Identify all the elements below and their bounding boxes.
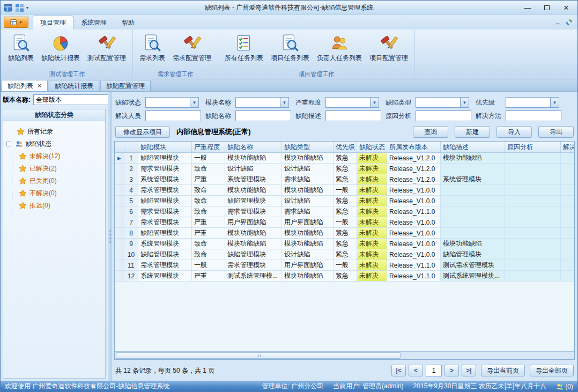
ribbon-button-2-0[interactable]: 所有任务列表: [221, 32, 267, 64]
table-row[interactable]: ▶1缺陷管理模块一般模块功能缺陷模块功能缺陷紧急未解决Release_V1.2.…: [115, 153, 574, 164]
cell: 致命: [192, 185, 225, 195]
column-header-6[interactable]: 所属发布版本: [387, 142, 441, 152]
chevron-down-icon[interactable]: ▼: [280, 98, 288, 107]
chevron-down-icon[interactable]: ▼: [190, 98, 198, 107]
table-row[interactable]: 5缺陷管理模块致命缺陷管理模块设计缺陷紧急未解决Release_V1.0.0: [115, 196, 574, 206]
ribbon-tab-1[interactable]: 系统管理: [73, 16, 114, 29]
horizontal-scrollbar[interactable]: [115, 351, 574, 359]
column-header-4[interactable]: 优先级: [334, 142, 357, 152]
minimize-button[interactable]: —: [518, 2, 537, 13]
ribbon-tab-0[interactable]: 项目管理: [33, 16, 73, 29]
table-row[interactable]: 11需求管理模块一般需求管理模块用户界面缺陷一般未解决Release_V1.1.…: [115, 260, 574, 271]
filter-text-input-2[interactable]: [325, 110, 381, 121]
tree-item-status-4[interactable]: 推迟(0): [19, 199, 102, 212]
ribbon-button-0-0[interactable]: 缺陷列表: [4, 32, 38, 64]
ribbon-tab-2[interactable]: 帮助: [114, 16, 142, 29]
app-icon[interactable]: [4, 3, 13, 12]
first-page-button[interactable]: |<: [391, 365, 406, 376]
column-header-9[interactable]: 解决方法: [561, 142, 574, 152]
app-menu-icon: [10, 19, 17, 26]
modify-columns-button[interactable]: 修改显示项目: [115, 126, 170, 138]
app-menu-button[interactable]: ▾: [4, 17, 28, 28]
ribbon-button-2-1[interactable]: 项目任务列表: [267, 32, 313, 64]
ribbon-button-2-3[interactable]: 项目配置管理: [366, 32, 412, 64]
cell: 严重: [192, 217, 225, 227]
scrollbar-thumb[interactable]: [116, 352, 401, 359]
cell: 未解决: [357, 206, 387, 217]
tree-item-status-2[interactable]: 已关闭(0): [19, 175, 102, 187]
close-tab-icon[interactable]: ✕: [37, 83, 42, 90]
prev-page-button[interactable]: <: [409, 365, 423, 376]
new-button[interactable]: 新建: [455, 126, 490, 138]
query-button[interactable]: 查询: [413, 126, 448, 138]
splitter-handle[interactable]: [108, 92, 112, 381]
filter-text-input-3[interactable]: [416, 110, 471, 121]
import-button[interactable]: 导入: [497, 126, 532, 138]
tree-item-status-0[interactable]: 未解决(12): [19, 150, 102, 162]
tree-item-status-3[interactable]: 不解决(0): [19, 187, 102, 199]
document-tab-1[interactable]: 缺陷统计报表: [49, 80, 99, 91]
skin-icon[interactable]: [565, 18, 573, 26]
cell: 未解决: [357, 164, 387, 174]
collapse-icon[interactable]: −: [6, 142, 11, 146]
table-row[interactable]: 6需求管理模块致命需求管理模块需求缺陷紧急未解决Release_V1.1.0: [115, 206, 574, 217]
export-all-pages-button[interactable]: 导出全部页: [530, 365, 574, 376]
ribbon-button-2-2[interactable]: 负责人任务列表: [313, 32, 366, 64]
table-row[interactable]: 4需求管理模块致命模块功能缺陷模块功能缺陷一般未解决Release_V1.0.0: [115, 185, 574, 196]
tree-item-defect-status[interactable]: − 缺陷状态: [6, 138, 102, 150]
document-tab-0[interactable]: 缺陷列表✕: [2, 80, 48, 91]
ribbon-button-0-2[interactable]: 测试配置管理: [84, 32, 130, 64]
filter-combo-input-3[interactable]: [416, 98, 460, 107]
quick-access-icon[interactable]: [15, 3, 24, 12]
chevron-down-icon[interactable]: ▼: [460, 98, 469, 107]
filter-text-input-0[interactable]: [145, 110, 201, 121]
cell: 未解决: [357, 260, 387, 270]
close-button[interactable]: ✕: [557, 2, 575, 13]
filter-combo-input-1[interactable]: [236, 98, 280, 107]
column-header-8[interactable]: 原因分析: [505, 142, 561, 152]
ribbon-button-1-1[interactable]: 需求配置管理: [169, 32, 215, 64]
document-tab-2[interactable]: 缺陷配置管理: [100, 80, 151, 91]
export-button[interactable]: 导出: [538, 126, 574, 138]
table-row[interactable]: 2需求管理模块致命设计缺陷设计缺陷紧急未解决Release_V1.2.0: [115, 164, 574, 174]
table-row[interactable]: 12系统管理模块严重测试系统管理模...模块功能缺陷紧急未解决Release_V…: [115, 271, 574, 282]
ribbon-button-1-0[interactable]: 需求列表: [136, 32, 169, 64]
row-number: 8: [124, 228, 138, 238]
quick-access-caret-icon[interactable]: ▾: [26, 5, 28, 10]
last-page-button[interactable]: >|: [462, 365, 476, 376]
cell: 用户界面缺陷: [282, 260, 334, 270]
maximize-button[interactable]: [538, 2, 556, 13]
table-row[interactable]: 8缺陷管理模块严重模块功能缺陷模块功能缺陷紧急未解决Release_V1.0.0: [115, 228, 574, 239]
minimize-ribbon-icon[interactable]: ︿: [555, 20, 561, 25]
cell: 缺陷管理模块: [441, 249, 505, 260]
chevron-down-icon[interactable]: ▼: [550, 98, 559, 107]
filter-row-2: 解决人员缺陷名称缺陷描述原因分析解决方法: [115, 110, 574, 121]
column-header-2[interactable]: 缺陷名称: [225, 142, 282, 152]
column-header-7[interactable]: 缺陷描述: [441, 142, 505, 152]
column-header-0[interactable]: 缺陷模块: [138, 142, 192, 152]
tree-item-label: 已关闭(0): [29, 176, 57, 186]
page-number-input[interactable]: [426, 365, 442, 376]
filter-combo-input-0[interactable]: [146, 98, 190, 107]
filter-combo-input-2[interactable]: [326, 98, 370, 107]
column-header-5[interactable]: 缺陷状态: [357, 142, 387, 152]
filter-combo-input-4[interactable]: [506, 98, 550, 107]
export-current-page-button[interactable]: 导出当前页: [481, 365, 525, 376]
column-header-1[interactable]: 严重程度: [192, 142, 225, 152]
filter-text-input-4[interactable]: [506, 110, 561, 121]
chevron-down-icon[interactable]: ▼: [370, 98, 379, 107]
ribbon-button-0-1[interactable]: 缺陷统计报表: [38, 32, 84, 64]
cell: Release_V1.1.0: [387, 206, 441, 217]
table-row[interactable]: 3系统管理模块严重系统管理模块需求缺陷紧急未解决Release_V1.2.0系统…: [115, 174, 574, 185]
column-header-3[interactable]: 缺陷类型: [282, 142, 334, 152]
tree-item-status-1[interactable]: 已解决(2): [19, 162, 102, 175]
table-row[interactable]: 10缺陷管理模块致命缺陷管理模块设计缺陷紧急未解决Release_V1.0.0缺…: [115, 249, 574, 260]
table-row[interactable]: 7需求管理模块严重用户界面缺陷用户界面缺陷一般未解决Release_V1.0.0: [115, 217, 574, 228]
next-page-button[interactable]: >: [444, 365, 459, 376]
ribbon-button-label: 项目配置管理: [369, 54, 408, 63]
filter-text-input-1[interactable]: [235, 110, 291, 121]
tree-item-all-records[interactable]: 所有记录: [6, 125, 102, 138]
table-row[interactable]: 9系统管理模块致命模块功能缺陷模块功能缺陷紧急未解决Release_V1.0.0…: [115, 239, 574, 249]
ribbon-group-1: 需求列表需求配置管理需求管理工作: [133, 30, 218, 79]
filter-combo-2: ▼: [325, 97, 379, 108]
